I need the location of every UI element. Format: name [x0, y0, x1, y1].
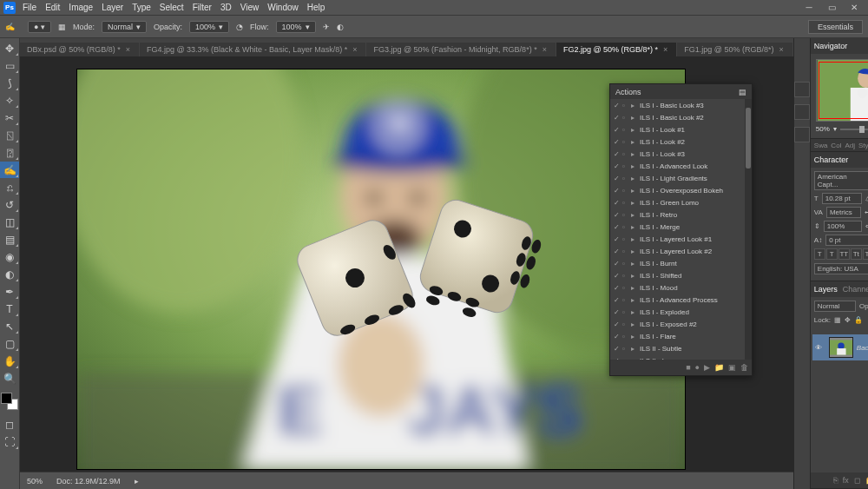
- vscale-input[interactable]: 100%: [824, 221, 862, 232]
- action-item[interactable]: ✓▫▸ILS I - Merge: [610, 221, 752, 233]
- action-item[interactable]: ✓▫▸ILS I - Burnt: [610, 257, 752, 269]
- close-tab-icon[interactable]: ×: [779, 45, 784, 54]
- font-size-input[interactable]: 10.28 pt: [822, 193, 862, 204]
- blur-tool[interactable]: ◉: [0, 248, 19, 265]
- action-checkmark-icon[interactable]: ✓: [612, 235, 621, 243]
- maximize-button[interactable]: ▭: [821, 2, 842, 14]
- font-family-select[interactable]: American Capt...: [814, 171, 868, 190]
- action-checkmark-icon[interactable]: ✓: [612, 296, 621, 304]
- action-dialog-icon[interactable]: ▫: [622, 248, 629, 255]
- actions-scrollbar[interactable]: [745, 99, 752, 360]
- opacity-input[interactable]: 100% ▾: [189, 21, 229, 33]
- properties-panel-icon[interactable]: [794, 104, 810, 120]
- path-tool[interactable]: ↖: [0, 318, 19, 334]
- zoom-level[interactable]: 50%: [27, 477, 43, 486]
- action-checkmark-icon[interactable]: ✓: [612, 320, 621, 328]
- navigator-zoom-value[interactable]: 50%: [816, 125, 830, 133]
- action-expand-icon[interactable]: ▸: [631, 138, 638, 146]
- layer-mask-icon[interactable]: ◻: [854, 476, 860, 485]
- action-dialog-icon[interactable]: ▫: [622, 175, 629, 182]
- delete-action-icon[interactable]: 🗑: [740, 363, 748, 372]
- language-select[interactable]: English: USA: [814, 263, 868, 274]
- move-tool[interactable]: ✥: [0, 40, 19, 56]
- action-dialog-icon[interactable]: ▫: [622, 320, 629, 328]
- zoom-tool[interactable]: 🔍: [0, 370, 19, 387]
- action-checkmark-icon[interactable]: ✓: [612, 102, 621, 109]
- action-dialog-icon[interactable]: ▫: [622, 211, 629, 219]
- visibility-toggle-icon[interactable]: 👁: [815, 344, 825, 352]
- action-item[interactable]: ✓▫▸ILS I - Advanced Process: [610, 294, 752, 306]
- action-dialog-icon[interactable]: ▫: [622, 138, 629, 146]
- action-checkmark-icon[interactable]: ✓: [612, 284, 621, 292]
- pen-tool[interactable]: ✒: [0, 283, 19, 300]
- layers-tab[interactable]: Layers: [814, 285, 838, 294]
- lock-pixels-icon[interactable]: ▦: [834, 316, 841, 324]
- menu-view[interactable]: View: [240, 3, 260, 12]
- character-tab[interactable]: Character: [814, 155, 849, 164]
- action-dialog-icon[interactable]: ▫: [622, 296, 629, 304]
- action-expand-icon[interactable]: ▸: [631, 199, 638, 207]
- action-item[interactable]: ✓▫▸ILS I - Layered Look #1: [610, 233, 752, 245]
- pressure-size-icon[interactable]: ◐: [337, 23, 344, 31]
- actions-panel-icon[interactable]: [794, 127, 810, 142]
- document-tab[interactable]: FG1.jpg @ 50% (RGB/8*)×: [677, 43, 792, 56]
- action-checkmark-icon[interactable]: ✓: [612, 114, 621, 122]
- menu-layer[interactable]: Layer: [102, 3, 123, 12]
- type-tool[interactable]: T: [0, 301, 19, 317]
- action-item[interactable]: ✓▫▸ILS I - Advanced Look: [610, 160, 752, 172]
- action-item[interactable]: ✓▫▸ILS I - Mood: [610, 281, 752, 294]
- action-expand-icon[interactable]: ▸: [631, 272, 638, 280]
- action-dialog-icon[interactable]: ▫: [622, 272, 629, 280]
- lasso-tool[interactable]: ⟆: [0, 75, 19, 91]
- color-tab[interactable]: Col: [831, 142, 841, 149]
- menu-image[interactable]: Image: [69, 3, 93, 12]
- eraser-tool[interactable]: ◫: [0, 214, 19, 230]
- action-item[interactable]: ✓▫▸ILS I - Basic Look #3: [610, 99, 752, 111]
- navigator-thumbnail[interactable]: [816, 59, 868, 122]
- stop-action-icon[interactable]: ■: [686, 363, 690, 372]
- bold-button[interactable]: T: [814, 248, 825, 260]
- lock-all-icon[interactable]: 🔒: [854, 316, 863, 324]
- action-expand-icon[interactable]: ▸: [631, 260, 638, 268]
- action-item[interactable]: ✓▫▸ILS II - Lux: [610, 354, 752, 360]
- action-expand-icon[interactable]: ▸: [631, 175, 638, 182]
- action-expand-icon[interactable]: ▸: [631, 235, 638, 243]
- action-dialog-icon[interactable]: ▫: [622, 199, 629, 207]
- smallcaps-button[interactable]: Tt: [851, 248, 862, 260]
- record-action-icon[interactable]: ●: [695, 363, 700, 372]
- layer-fx-icon[interactable]: fx: [843, 476, 849, 485]
- play-action-icon[interactable]: ▶: [704, 363, 710, 372]
- action-expand-icon[interactable]: ▸: [631, 211, 638, 219]
- layer-thumbnail[interactable]: [829, 337, 853, 358]
- action-item[interactable]: ✓▫▸ILS I - Flare: [610, 330, 752, 342]
- action-expand-icon[interactable]: ▸: [631, 150, 638, 158]
- brush-tool[interactable]: ✍: [0, 162, 19, 178]
- flow-input[interactable]: 100% ▾: [276, 21, 316, 33]
- history-panel-icon[interactable]: [794, 82, 810, 97]
- close-tab-icon[interactable]: ×: [126, 45, 130, 54]
- action-expand-icon[interactable]: ▸: [631, 248, 638, 255]
- action-expand-icon[interactable]: ▸: [631, 102, 638, 109]
- action-checkmark-icon[interactable]: ✓: [612, 308, 621, 316]
- action-checkmark-icon[interactable]: ✓: [612, 357, 621, 360]
- brush-preset-picker[interactable]: ● ▾: [28, 21, 51, 33]
- action-expand-icon[interactable]: ▸: [631, 126, 638, 134]
- action-checkmark-icon[interactable]: ✓: [612, 223, 621, 231]
- navigator-tab[interactable]: Navigator: [814, 42, 848, 50]
- zoom-out-icon[interactable]: ▾: [833, 125, 837, 133]
- action-dialog-icon[interactable]: ▫: [622, 126, 629, 134]
- hand-tool[interactable]: ✋: [0, 353, 19, 369]
- layer-name[interactable]: Background: [857, 344, 868, 352]
- close-tab-icon[interactable]: ×: [542, 45, 547, 54]
- action-expand-icon[interactable]: ▸: [631, 187, 638, 195]
- new-action-icon[interactable]: ▣: [728, 363, 736, 372]
- action-checkmark-icon[interactable]: ✓: [612, 345, 621, 353]
- action-dialog-icon[interactable]: ▫: [622, 345, 629, 353]
- action-dialog-icon[interactable]: ▫: [622, 308, 629, 316]
- color-swatches[interactable]: [1, 393, 18, 410]
- action-item[interactable]: ✓▫▸ILS I - Look #3: [610, 148, 752, 160]
- action-dialog-icon[interactable]: ▫: [622, 114, 629, 122]
- action-dialog-icon[interactable]: ▫: [622, 260, 629, 268]
- styles-tab[interactable]: Sty: [858, 142, 868, 149]
- action-item[interactable]: ✓▫▸ILS I - Green Lomo: [610, 196, 752, 208]
